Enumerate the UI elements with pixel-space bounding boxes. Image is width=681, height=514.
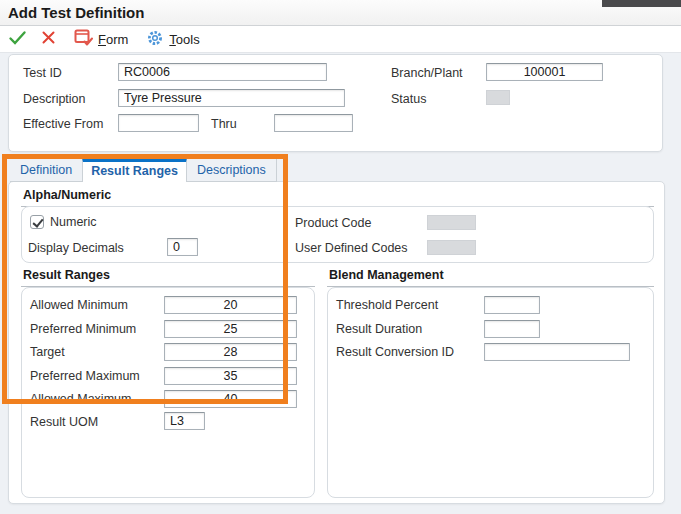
ok-button[interactable] <box>8 28 27 50</box>
blend-management-groupbox: Threshold Percent Result Duration Result… <box>327 287 654 498</box>
result-ranges-tab-panel: Alpha/Numeric Numeric Display Decimals P… <box>8 181 665 504</box>
target-input[interactable] <box>164 343 297 361</box>
status-label: Status <box>391 91 426 107</box>
tab-bar: Definition Result Ranges Descriptions <box>10 158 277 182</box>
tools-menu-label: Tools <box>169 32 199 47</box>
page-title: Add Test Definition <box>8 4 144 21</box>
allowed-minimum-label: Allowed Minimum <box>30 297 128 313</box>
allowed-minimum-input[interactable] <box>164 296 297 314</box>
tab-definition[interactable]: Definition <box>10 158 82 181</box>
user-defined-codes-label: User Defined Codes <box>295 240 408 256</box>
result-conversion-id-input[interactable] <box>484 343 630 361</box>
effective-from-input[interactable] <box>118 114 199 132</box>
form-menu-label: Form <box>98 32 128 47</box>
test-id-input[interactable] <box>118 63 327 81</box>
threshold-percent-label: Threshold Percent <box>336 297 438 313</box>
product-code-display <box>427 215 476 230</box>
display-decimals-input[interactable] <box>167 238 198 256</box>
thru-input[interactable] <box>274 114 353 132</box>
description-label: Description <box>23 91 86 107</box>
preferred-maximum-input[interactable] <box>164 367 297 385</box>
window-corner-fragment <box>602 0 681 7</box>
toolbar: Form Tools <box>0 26 681 53</box>
result-uom-label: Result UOM <box>30 414 98 430</box>
blend-management-section-title: Blend Management <box>327 268 654 287</box>
header-form-panel: Test ID Branch/Plant Description Status … <box>8 54 663 152</box>
form-exit-icon <box>74 29 93 50</box>
effective-from-label: Effective From <box>23 116 103 132</box>
allowed-maximum-label: Allowed Maximum <box>30 391 131 407</box>
numeric-checkbox-label: Numeric <box>50 214 97 230</box>
form-menu-button[interactable]: Form <box>74 28 128 50</box>
tools-menu-button[interactable]: Tools <box>146 28 199 50</box>
result-duration-input[interactable] <box>484 320 540 338</box>
allowed-maximum-input[interactable] <box>164 390 297 408</box>
result-conversion-id-label: Result Conversion ID <box>336 344 454 360</box>
preferred-minimum-label: Preferred Minimum <box>30 321 136 337</box>
product-code-label: Product Code <box>295 215 371 231</box>
alpha-numeric-groupbox: Numeric Display Decimals Product Code Us… <box>21 206 654 263</box>
close-x-icon <box>41 30 56 48</box>
result-uom-input[interactable] <box>164 412 205 430</box>
thru-label: Thru <box>211 116 237 132</box>
display-decimals-label: Display Decimals <box>28 240 124 256</box>
status-display <box>486 90 510 105</box>
checkmark-icon <box>8 30 27 49</box>
alpha-numeric-section-title: Alpha/Numeric <box>21 188 654 207</box>
result-ranges-section-title: Result Ranges <box>21 268 315 287</box>
tab-descriptions[interactable]: Descriptions <box>187 158 277 181</box>
cancel-button[interactable] <box>41 28 56 50</box>
tab-result-ranges[interactable]: Result Ranges <box>82 158 187 182</box>
gear-icon <box>146 29 164 50</box>
threshold-percent-input[interactable] <box>484 296 540 314</box>
result-ranges-groupbox: Allowed Minimum Preferred Minimum Target… <box>21 287 315 498</box>
preferred-minimum-input[interactable] <box>164 320 297 338</box>
target-label: Target <box>30 344 65 360</box>
result-duration-label: Result Duration <box>336 321 422 337</box>
branch-plant-input[interactable] <box>486 63 603 81</box>
preferred-maximum-label: Preferred Maximum <box>30 368 140 384</box>
branch-plant-label: Branch/Plant <box>391 65 463 81</box>
numeric-checkbox[interactable] <box>30 215 44 229</box>
description-input[interactable] <box>118 89 345 107</box>
window-title-bar: Add Test Definition <box>0 0 681 26</box>
user-defined-codes-display <box>427 240 476 255</box>
test-id-label: Test ID <box>23 65 62 81</box>
